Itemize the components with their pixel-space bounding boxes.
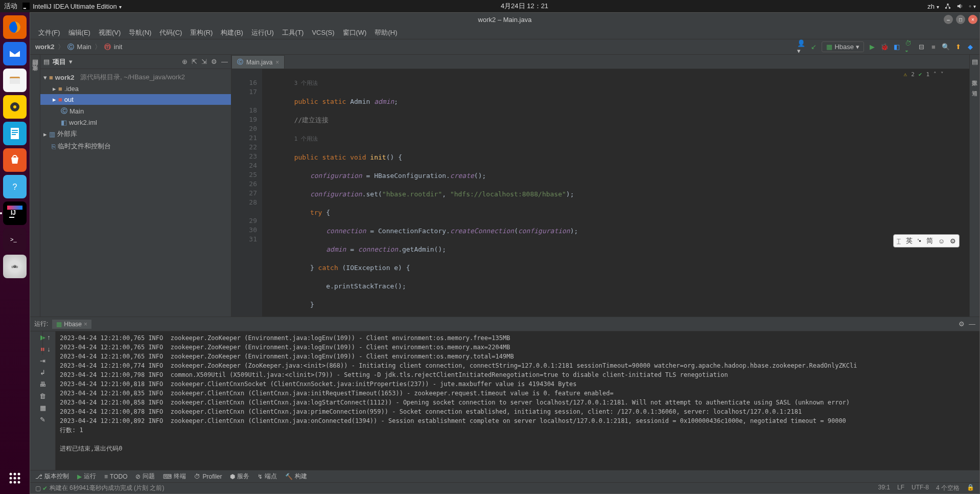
soft-wrap-icon[interactable]: ↲ (40, 369, 45, 376)
build-button[interactable]: 🔨构建 (285, 472, 307, 481)
apps-grid-icon[interactable] (3, 466, 27, 490)
panel-settings-icon[interactable]: ⚙ (211, 58, 217, 65)
code-content[interactable]: 3 个用法 public static Admin admin; //建立连接 … (262, 69, 969, 317)
menu-build[interactable]: 构建(B) (218, 27, 246, 38)
menu-edit[interactable]: 编辑(E) (65, 27, 94, 38)
debug-button[interactable]: 🐞 (880, 43, 889, 51)
ime-lang-en[interactable]: 英 (906, 236, 913, 245)
tree-root[interactable]: ▾ ■ work2 源代码根目录, ~/HBase_java/work2 (40, 71, 231, 83)
ime-emoji-icon[interactable]: ☺ (938, 237, 945, 245)
help-icon[interactable]: ? (3, 175, 27, 198)
run-settings-icon[interactable]: ⚙ (959, 320, 965, 328)
terminal-icon[interactable]: >_ (3, 228, 27, 252)
attach-button[interactable]: ⊟ (917, 43, 925, 51)
profiler-button[interactable]: ⏱Profiler (194, 473, 222, 480)
endpoints-button[interactable]: ↯端点 (258, 472, 277, 481)
lang-indicator[interactable]: zh (927, 3, 939, 10)
ide-updates-icon[interactable]: ⬆ (954, 43, 962, 51)
crumb-method[interactable]: init (114, 43, 123, 51)
tree-out[interactable]: ▸ ■ out (40, 94, 231, 105)
ime-toolbar[interactable]: ⌶ 英 '• 简 ☺ ⚙ (893, 234, 960, 248)
software-icon[interactable] (3, 148, 27, 172)
scroll-end-icon[interactable]: ⇥ (40, 357, 45, 365)
volume-icon[interactable] (956, 3, 964, 10)
pin-icon[interactable]: ✎ (40, 416, 45, 423)
expand-icon[interactable]: ⇱ (192, 58, 197, 65)
tree-main[interactable]: Ⓒ Main (40, 105, 231, 117)
crumb-project[interactable]: work2 (35, 43, 55, 51)
thunderbird-icon[interactable] (3, 42, 27, 65)
firefox-icon[interactable] (3, 15, 27, 39)
power-icon[interactable] (969, 3, 976, 10)
project-tree[interactable]: ▾ ■ work2 源代码根目录, ~/HBase_java/work2 ▸ ■… (40, 69, 231, 317)
rhythmbox-icon[interactable] (3, 95, 27, 119)
coverage-button[interactable]: ◧ (893, 43, 901, 51)
window-maximize-button[interactable]: □ (956, 15, 965, 24)
activities-button[interactable]: 活动 (4, 2, 17, 11)
crumb-class[interactable]: Main (77, 43, 91, 51)
window-titlebar[interactable]: work2 – Main.java – □ × (30, 13, 979, 26)
console-output[interactable]: 2023-04-24 12:21:00,765 INFO zookeeper.Z… (56, 331, 979, 470)
intellij-app-icon[interactable]: IJ (3, 201, 27, 225)
project-tool-button[interactable]: ▤ (32, 58, 38, 65)
editor-tab-main[interactable]: Ⓒ Main.java × (231, 55, 285, 69)
panel-hide-icon[interactable]: — (221, 58, 228, 65)
disc-icon[interactable]: DVD (3, 255, 27, 278)
encoding[interactable]: UTF-8 (912, 484, 929, 492)
up-icon[interactable]: ↑ (47, 333, 51, 341)
menu-view[interactable]: 视图(V) (96, 27, 124, 38)
run-tab-hbase[interactable]: ▦ Hbase × (52, 320, 91, 329)
vcs-update-icon[interactable]: ↙ (809, 43, 818, 51)
tree-idea[interactable]: ▸ ■ .idea (40, 83, 231, 94)
files-icon[interactable] (3, 69, 27, 92)
profile-button[interactable]: ⏱▾ (905, 43, 913, 51)
code-editor[interactable]: ⚠2 ✔1 ˄ ˅ 16 17 18 19 20 21 22 23 24 25 … (231, 69, 969, 317)
network-icon[interactable] (944, 3, 951, 10)
window-close-button[interactable]: × (968, 15, 977, 24)
run-hide-icon[interactable]: — (969, 320, 975, 328)
project-panel-title[interactable]: 项目 (53, 57, 66, 66)
menu-navigate[interactable]: 导航(N) (126, 27, 154, 38)
ime-settings-icon[interactable]: ⚙ (950, 237, 956, 245)
assistant-icon[interactable]: ◆ (966, 43, 974, 51)
close-icon[interactable]: × (275, 59, 279, 66)
print-icon[interactable]: 🖶 (39, 380, 46, 388)
tree-scratch[interactable]: ⎘ 临时文件和控制台 (40, 140, 231, 152)
window-minimize-button[interactable]: – (944, 15, 953, 24)
clock[interactable]: 4月24日 12：21 (501, 2, 548, 11)
line-ending[interactable]: LF (897, 484, 904, 492)
right-tool-icon[interactable]: ▤ (972, 58, 978, 65)
collapse-icon[interactable]: ⇲ (201, 58, 207, 65)
ime-lang-cn[interactable]: 简 (926, 236, 933, 245)
clear-icon[interactable]: 🗑 (39, 392, 46, 400)
search-everywhere-icon[interactable]: 🔍 (942, 43, 950, 51)
menu-file[interactable]: 文件(F) (35, 27, 63, 38)
run-button[interactable]: ▶ (868, 43, 876, 51)
stop-button[interactable]: ■ (929, 43, 938, 51)
app-indicator[interactable]: IntelliJ IDEA Ultimate Edition (22, 3, 122, 10)
todo-button[interactable]: ≡TODO (104, 473, 127, 480)
menu-refactor[interactable]: 重构(R) (187, 27, 216, 38)
terminal-button[interactable]: ⌨终端 (163, 472, 186, 481)
locate-icon[interactable]: ⊕ (182, 58, 188, 65)
cursor-position[interactable]: 39:1 (878, 484, 890, 492)
readonly-lock-icon[interactable]: 🔒 (967, 484, 974, 492)
layout-icon[interactable]: ▦ (40, 404, 46, 412)
menu-run[interactable]: 运行(U) (248, 27, 277, 38)
ime-punct-icon[interactable]: '• (918, 237, 921, 245)
menu-window[interactable]: 窗口(W) (340, 27, 370, 38)
add-user-icon[interactable]: 👤▾ (797, 43, 805, 51)
close-icon[interactable]: × (84, 321, 87, 328)
tree-iml[interactable]: ◧ work2.iml (40, 117, 231, 128)
menu-help[interactable]: 帮助(H) (371, 27, 400, 38)
status-hide-icon[interactable]: ▢ (35, 485, 41, 492)
down-icon[interactable]: ↓ (47, 345, 51, 353)
menu-code[interactable]: 代码(C) (156, 27, 185, 38)
version-control-button[interactable]: ⎇版本控制 (35, 472, 69, 481)
indent-settings[interactable]: 4 个空格 (936, 484, 960, 492)
run-tool-button[interactable]: ▶运行 (77, 472, 96, 481)
services-button[interactable]: ⬢服务 (230, 472, 249, 481)
problems-button[interactable]: ⊘问题 (135, 472, 155, 481)
run-config-selector[interactable]: ▦ Hbase ▾ (822, 41, 864, 52)
tree-external[interactable]: ▸ ▥ 外部库 (40, 128, 231, 140)
